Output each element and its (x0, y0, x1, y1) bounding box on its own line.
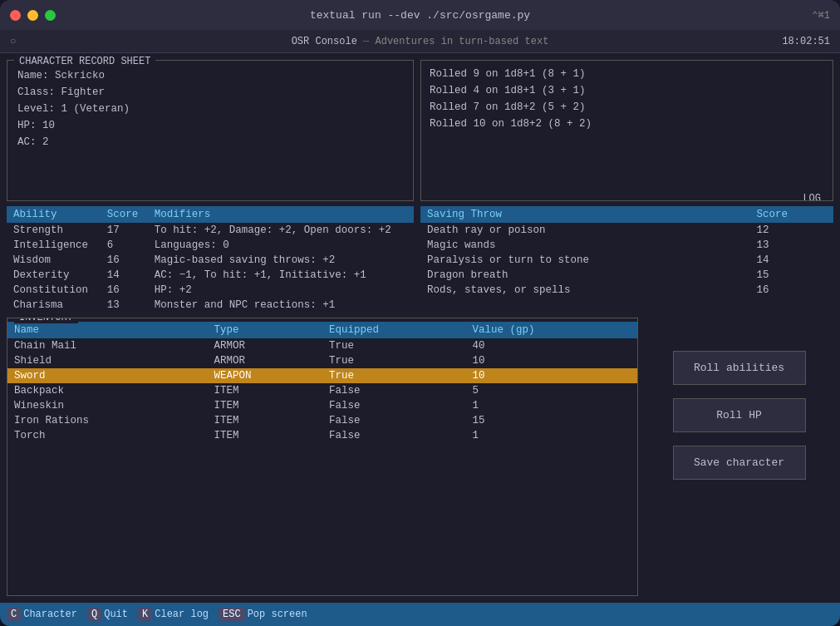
middle-row: Ability Score Modifiers Strength17To hit… (7, 206, 833, 313)
saving-row: Rods, staves, or spells16 (420, 283, 833, 298)
inv-col-equipped: Equipped (322, 322, 465, 338)
log-panel: Rolled 9 on 1d8+1 (8 + 1) Rolled 4 on 1d… (420, 60, 833, 201)
inv-cell-6-3: 1 (465, 428, 637, 443)
window-title: textual run --dev ./src/osrgame.py (310, 9, 530, 22)
inv-cell-2-2: True (322, 368, 465, 383)
inventory-panel: INVENTORY Name Type Equipped Value (gp) (7, 318, 638, 596)
footer-key-k: K (138, 608, 152, 621)
log-label: LOG (798, 191, 826, 201)
roll-hp-button[interactable]: Roll HP (673, 398, 806, 432)
inv-cell-6-2: False (322, 428, 465, 443)
log-entry-3: Rolled 7 on 1d8+2 (5 + 2) (430, 99, 824, 116)
inv-cell-0-3: 40 (465, 338, 637, 353)
ability-cell-0-0: Strength (7, 223, 101, 238)
footer-item-c[interactable]: CCharacter (7, 608, 84, 621)
inventory-row[interactable]: ShieldARMORTrue10 (7, 353, 637, 368)
inv-cell-6-0: Torch (7, 428, 208, 443)
inv-cell-3-3: 5 (465, 383, 637, 398)
saving-row: Dragon breath15 (420, 268, 833, 283)
inventory-row[interactable]: WineskinITEMFalse1 (7, 398, 637, 413)
inv-cell-3-1: ITEM (208, 383, 322, 398)
bottom-row: INVENTORY Name Type Equipped Value (gp) (7, 318, 833, 596)
inv-cell-1-2: True (322, 353, 465, 368)
menubar: ○ OSR Console — Adventures in turn-based… (0, 30, 840, 53)
saving-cell-0-0: Death ray or poison (420, 223, 749, 238)
status-indicator: ○ (10, 36, 16, 47)
footer-key-esc: ESC (219, 608, 245, 621)
footer: CCharacterQQuitKClear logESCPop screen (0, 603, 840, 626)
ability-cell-5-1: 13 (101, 298, 148, 313)
ability-row: Dexterity14AC: −1, To hit: +1, Initiativ… (7, 268, 414, 283)
inv-col-value: Value (gp) (465, 322, 637, 338)
character-sheet: CHARACTER RECORD SHEET Name: Sckricko Cl… (7, 60, 414, 201)
maximize-button[interactable] (45, 10, 56, 21)
inv-cell-1-1: ARMOR (208, 353, 322, 368)
roll-abilities-button[interactable]: Roll abilities (673, 351, 806, 385)
inv-cell-0-1: ARMOR (208, 338, 322, 353)
ability-cell-4-0: Constitution (7, 283, 101, 298)
footer-item-q[interactable]: QQuit (87, 608, 135, 621)
inv-cell-2-3: 10 (465, 368, 637, 383)
ability-row: Strength17To hit: +2, Damage: +2, Open d… (7, 223, 414, 238)
footer-item-k[interactable]: KClear log (138, 608, 215, 621)
titlebar: textual run --dev ./src/osrgame.py ⌃⌘1 (0, 0, 840, 30)
footer-label-k: Clear log (155, 609, 209, 620)
inv-cell-4-2: False (322, 398, 465, 413)
inventory-table-wrap: Name Type Equipped Value (gp) Chain Mail… (7, 318, 637, 595)
footer-key-c: C (7, 608, 21, 621)
inventory-row[interactable]: SwordWEAPONTrue10 (7, 368, 637, 383)
saving-cell-3-1: 15 (749, 268, 833, 283)
footer-key-q: Q (87, 608, 101, 621)
ability-cell-4-2: HP: +2 (148, 283, 414, 298)
footer-label-q: Quit (104, 609, 128, 620)
log-entry-2: Rolled 4 on 1d8+1 (3 + 1) (430, 82, 824, 99)
ability-cell-1-2: Languages: 0 (148, 238, 414, 253)
char-level: Level: 1 (Veteran) (17, 101, 403, 117)
app-window: textual run --dev ./src/osrgame.py ⌃⌘1 ○… (0, 0, 840, 626)
close-button[interactable] (10, 10, 21, 21)
inv-cell-0-2: True (322, 338, 465, 353)
app-title: OSR Console — Adventures in turn-based t… (292, 36, 549, 47)
ability-cell-3-2: AC: −1, To hit: +1, Initiative: +1 (148, 268, 414, 283)
col-saving-score: Score (749, 206, 833, 223)
inv-cell-4-3: 1 (465, 398, 637, 413)
buttons-panel: Roll abilities Roll HP Save character (645, 318, 833, 596)
minimize-button[interactable] (27, 10, 38, 21)
ability-cell-3-1: 14 (101, 268, 148, 283)
ability-cell-1-1: 6 (101, 238, 148, 253)
clock: 18:02:51 (782, 36, 830, 47)
footer-item-esc[interactable]: ESCPop screen (219, 608, 314, 621)
col-modifiers: Modifiers (148, 206, 414, 223)
top-row: CHARACTER RECORD SHEET Name: Sckricko Cl… (7, 60, 833, 201)
ability-cell-2-2: Magic-based saving throws: +2 (148, 253, 414, 268)
inv-cell-0-0: Chain Mail (7, 338, 208, 353)
footer-label-c: Character (23, 609, 77, 620)
window-controls (10, 10, 56, 21)
saving-throws-table: Saving Throw Score Death ray or poison12… (420, 206, 833, 313)
inv-cell-4-0: Wineskin (7, 398, 208, 413)
ability-row: Charisma13Monster and NPC reactions: +1 (7, 298, 414, 313)
char-ac: AC: 2 (17, 134, 403, 150)
inventory-row[interactable]: TorchITEMFalse1 (7, 428, 637, 443)
inventory-row[interactable]: Chain MailARMORTrue40 (7, 338, 637, 353)
inventory-row[interactable]: Iron RationsITEMFalse15 (7, 413, 637, 428)
inv-cell-5-2: False (322, 413, 465, 428)
save-character-button[interactable]: Save character (673, 446, 806, 480)
saving-cell-0-1: 12 (749, 223, 833, 238)
ability-cell-0-2: To hit: +2, Damage: +2, Open doors: +2 (148, 223, 414, 238)
inv-cell-5-1: ITEM (208, 413, 322, 428)
ability-row: Intelligence6Languages: 0 (7, 238, 414, 253)
inv-cell-6-1: ITEM (208, 428, 322, 443)
char-class: Class: Fighter (17, 84, 403, 101)
inventory-label: INVENTORY (14, 318, 78, 323)
inventory-row[interactable]: BackpackITEMFalse5 (7, 383, 637, 398)
footer-label-esc: Pop screen (248, 609, 307, 620)
inv-col-type: Type (208, 322, 322, 338)
inv-cell-5-0: Iron Rations (7, 413, 208, 428)
keyboard-shortcut: ⌃⌘1 (812, 9, 830, 22)
log-entry-4: Rolled 10 on 1d8+2 (8 + 2) (430, 116, 824, 132)
inv-cell-1-0: Shield (7, 353, 208, 368)
saving-cell-2-1: 14 (749, 253, 833, 268)
ability-cell-5-0: Charisma (7, 298, 101, 313)
character-sheet-label: CHARACTER RECORD SHEET (14, 54, 155, 70)
